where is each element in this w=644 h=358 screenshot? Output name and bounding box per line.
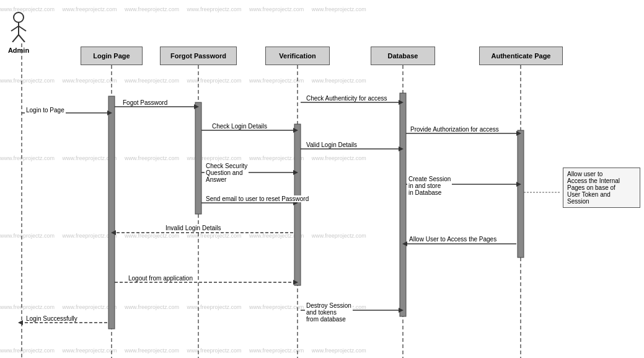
lifeline-verification: Verification — [265, 47, 330, 65]
lifeline-login-page: Login Page — [81, 47, 143, 65]
svg-point-39 — [14, 12, 24, 22]
svg-marker-36 — [18, 320, 23, 325]
svg-rect-6 — [108, 96, 115, 329]
msg-destroy-session: Destroy Sessionand tokensfrom database — [305, 302, 353, 323]
lifeline-forgot-password: Forgot Password — [160, 47, 237, 65]
msg-provide-authorization: Provide Authorization for access — [409, 126, 500, 133]
msg-fogot-password: Fogot Password — [121, 99, 169, 106]
msg-send-email: Send email to user to reset Password — [205, 195, 310, 202]
lifeline-authenticate-page: Authenticate Page — [479, 47, 563, 65]
msg-check-login-details: Check Login Details — [211, 123, 268, 130]
svg-rect-10 — [518, 130, 524, 257]
lifeline-database: Database — [371, 47, 435, 65]
svg-rect-9 — [400, 93, 406, 316]
actor-label: Admin — [8, 47, 29, 54]
msg-allow-user-access: Allow User to Access the Pages — [408, 236, 498, 243]
actor-figure — [6, 11, 31, 45]
msg-login-to-page: Login to Page — [25, 107, 66, 114]
msg-check-security: Check SecurityQuestion andAnswer — [205, 163, 249, 183]
msg-login-successfully: Login Successfully — [25, 315, 79, 322]
msg-create-session: Create Sessionin and storein Database — [407, 176, 452, 196]
sequence-diagram: www.freeprojectz.com www.freeprojectz.co… — [0, 0, 644, 358]
msg-check-authenticity: Check Authenticity for access — [305, 95, 389, 102]
svg-rect-7 — [195, 102, 201, 214]
svg-line-43 — [12, 35, 19, 42]
msg-logout: Logout from application — [127, 275, 194, 282]
admin-actor: Admin — [6, 11, 31, 54]
msg-valid-login-details: Valid Login Details — [305, 141, 358, 148]
msg-invalid-login-details: Invalid Login Details — [164, 225, 223, 231]
svg-line-41 — [11, 26, 19, 31]
svg-line-42 — [19, 26, 26, 31]
note-allow-user: Allow user toAccess the InternalPages on… — [563, 168, 640, 208]
svg-line-44 — [19, 35, 25, 42]
svg-rect-8 — [294, 124, 301, 285]
